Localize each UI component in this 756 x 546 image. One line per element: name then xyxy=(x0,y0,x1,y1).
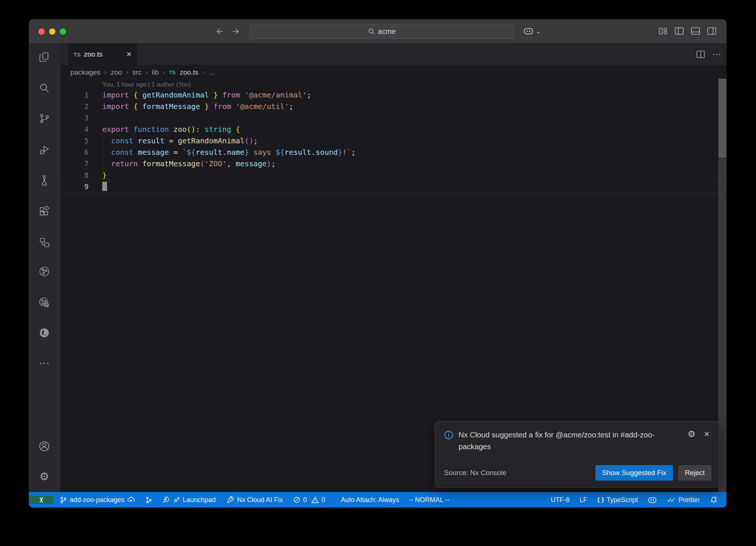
nx-console-icon[interactable] xyxy=(38,265,51,278)
toggle-secondary-sidebar-icon[interactable] xyxy=(707,26,717,36)
language-item[interactable]: { } TypeScript xyxy=(597,496,638,504)
copilot-status-item[interactable] xyxy=(648,496,657,504)
line-number: 2 xyxy=(60,101,89,112)
nx-cloud-fix-item[interactable]: Nx Cloud AI Fix xyxy=(227,496,283,504)
wrench-icon xyxy=(227,496,234,504)
hierarchy-view-icon[interactable] xyxy=(38,236,51,249)
vscode-window: acme ⌄ xyxy=(29,19,726,508)
chevron-right-icon: › xyxy=(163,69,165,76)
zoom-window-button[interactable] xyxy=(60,28,66,35)
back-icon[interactable] xyxy=(214,26,225,37)
settings-gear-icon[interactable]: ⚙ xyxy=(38,470,51,483)
error-count: 0 xyxy=(303,496,307,504)
chevron-right-icon: › xyxy=(126,69,128,76)
notification-close-icon[interactable]: ✕ xyxy=(704,430,710,438)
code-line-3[interactable]: 3 xyxy=(60,112,726,124)
account-icon[interactable] xyxy=(38,440,51,453)
run-debug-icon[interactable] xyxy=(38,143,51,156)
notification-settings-icon[interactable]: ⚙ xyxy=(688,429,696,439)
testing-icon[interactable] xyxy=(38,174,51,187)
source-control-graph-item[interactable] xyxy=(145,496,152,504)
vim-mode-label: -- NORMAL -- xyxy=(409,496,449,504)
more-views-icon[interactable]: ⋯ xyxy=(38,357,51,369)
line-number: 6 xyxy=(60,147,89,158)
close-window-button[interactable] xyxy=(38,28,45,35)
edge-browser-icon[interactable] xyxy=(38,327,51,339)
warnings-icon xyxy=(311,496,319,504)
extensions-icon[interactable] xyxy=(38,205,51,217)
scrollbar-thumb[interactable] xyxy=(718,79,726,157)
tab-bar: TS zoo.ts ✕ ⋯ xyxy=(60,44,726,65)
breadcrumb-more[interactable]: ... xyxy=(209,68,214,76)
graph-icon xyxy=(145,496,152,504)
search-view-icon[interactable] xyxy=(38,82,51,95)
reject-button[interactable]: Reject xyxy=(678,465,711,481)
launchpad-item[interactable]: Launchpad xyxy=(162,496,216,504)
remote-indicator[interactable] xyxy=(29,496,54,504)
search-value: acme xyxy=(378,27,396,36)
explorer-icon[interactable] xyxy=(38,51,51,64)
git-blame-annotation: You, 1 hour ago | 1 author (You) xyxy=(102,80,726,89)
indent-guide xyxy=(103,135,103,170)
code-line-5[interactable]: 5 const result = getRandomAnimal(); xyxy=(60,135,726,147)
split-editor-icon[interactable] xyxy=(696,50,705,59)
title-bar: acme ⌄ xyxy=(29,19,726,44)
breadcrumb-item[interactable]: lib xyxy=(152,68,159,76)
breadcrumb-item[interactable]: zoo xyxy=(111,68,122,76)
tab-zoo-ts[interactable]: TS zoo.ts ✕ xyxy=(68,44,137,65)
tab-label: zoo.ts xyxy=(84,50,103,58)
problems-item[interactable]: 0 0 xyxy=(293,496,325,504)
command-center-search[interactable]: acme xyxy=(249,24,515,39)
bell-icon xyxy=(710,496,718,504)
toggle-panel-icon[interactable] xyxy=(690,26,701,36)
code-line-8[interactable]: 8} xyxy=(60,170,726,181)
encoding-item[interactable]: UTF-8 xyxy=(551,496,570,504)
editor-group: TS zoo.ts ✕ ⋯ packages › zoo › src › xyxy=(60,44,726,492)
status-bar: add-zoo-packages Launchpad xyxy=(29,492,726,508)
info-icon xyxy=(444,430,453,440)
branch-icon xyxy=(59,496,67,504)
auto-attach-item[interactable]: Auto Attach: Always xyxy=(341,496,399,504)
code-line-2[interactable]: 2import { formatMessage } from '@acme/ut… xyxy=(60,101,726,112)
line-number: 5 xyxy=(60,135,89,147)
eol-item[interactable]: LF xyxy=(580,496,587,504)
prettier-item[interactable]: ✓✓ Prettier xyxy=(667,496,700,504)
activity-bar: ⋯ ⚙ xyxy=(29,44,60,492)
source-control-icon[interactable] xyxy=(38,112,51,125)
code-line-7[interactable]: 7 return formatMessage('ZOO', message); xyxy=(60,158,726,170)
branch-name: add-zoo-packages xyxy=(70,496,124,504)
minimize-window-button[interactable] xyxy=(49,28,55,35)
cloud-upload-icon xyxy=(127,496,135,504)
nx-fix-label: Nx Cloud AI Fix xyxy=(237,496,283,504)
copilot-icon xyxy=(523,27,533,35)
breadcrumb: packages › zoo › src › lib › TS zoo.ts ›… xyxy=(60,65,726,80)
vim-mode-item[interactable]: -- NORMAL -- xyxy=(409,496,449,504)
forward-icon[interactable] xyxy=(231,26,242,37)
code-line-9[interactable]: 9 xyxy=(60,181,726,192)
line-number: 1 xyxy=(60,89,89,101)
breadcrumb-file[interactable]: zoo.ts xyxy=(180,68,199,76)
line-number: 9 xyxy=(60,181,89,192)
nx-cloud-icon[interactable] xyxy=(38,296,51,309)
notification-toast: Nx Cloud suggested a fix for @acme/zoo:t… xyxy=(435,421,719,488)
encoding-label: UTF-8 xyxy=(551,496,570,504)
code-line-4[interactable]: 4export function zoo(): string { xyxy=(60,124,726,135)
notification-message: Nx Cloud suggested a fix for @acme/zoo:t… xyxy=(458,429,669,453)
git-branch-item[interactable]: add-zoo-packages xyxy=(59,496,135,504)
editor-scrollbar[interactable] xyxy=(718,79,726,492)
code-line-1[interactable]: 1import { getRandomAnimal } from '@acme/… xyxy=(60,89,726,101)
show-suggested-fix-button[interactable]: Show Suggested Fix xyxy=(595,465,673,481)
breadcrumb-item[interactable]: src xyxy=(132,68,141,76)
chevron-right-icon: › xyxy=(104,69,107,76)
editor-cursor xyxy=(102,182,107,191)
code-line-6[interactable]: 6 const message = `${result.name} says $… xyxy=(60,147,726,158)
auto-attach-label: Auto Attach: Always xyxy=(341,496,399,504)
copilot-menu[interactable]: ⌄ xyxy=(523,27,541,35)
breadcrumb-item[interactable]: packages xyxy=(71,68,100,76)
toggle-primary-sidebar-icon[interactable] xyxy=(674,26,684,36)
rocket-icon xyxy=(162,496,170,504)
tab-close-icon[interactable]: ✕ xyxy=(126,50,132,58)
more-actions-icon[interactable]: ⋯ xyxy=(712,49,721,59)
notifications-bell-item[interactable] xyxy=(710,496,718,504)
customize-layout-icon[interactable] xyxy=(658,26,668,36)
